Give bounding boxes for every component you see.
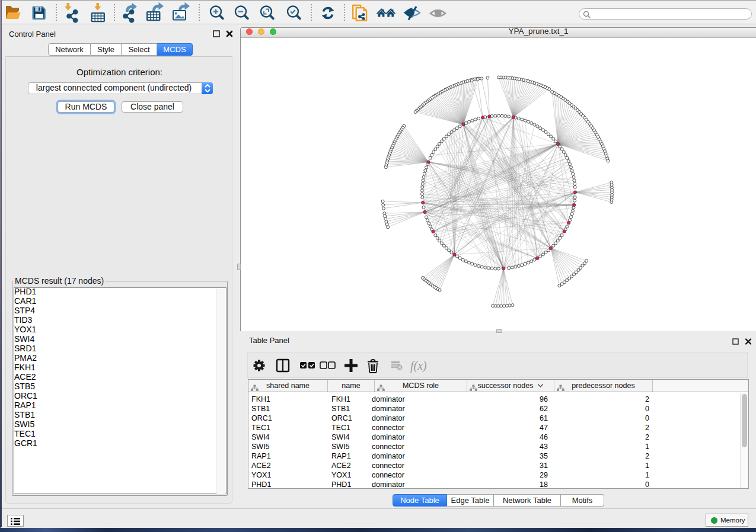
svg-text:f(x): f(x) [410, 359, 427, 373]
